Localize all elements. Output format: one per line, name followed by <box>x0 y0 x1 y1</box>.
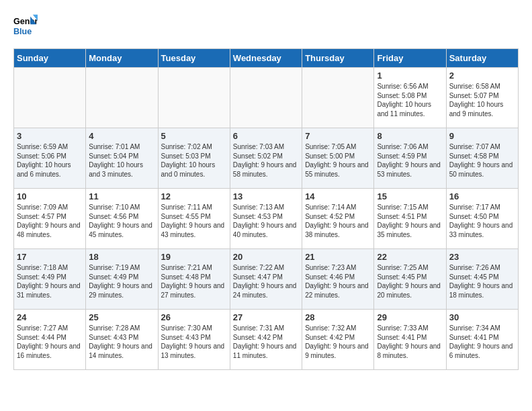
day-number: 5 <box>161 131 227 141</box>
day-info: Sunrise: 7:01 AM Sunset: 5:04 PM Dayligh… <box>89 142 154 179</box>
day-number: 2 <box>449 71 515 81</box>
calendar-cell: 15Sunrise: 7:15 AM Sunset: 4:51 PM Dayli… <box>374 189 446 249</box>
calendar-cell: 20Sunrise: 7:22 AM Sunset: 4:47 PM Dayli… <box>230 249 302 310</box>
day-info: Sunrise: 7:03 AM Sunset: 5:02 PM Dayligh… <box>233 142 299 179</box>
day-number: 12 <box>161 191 227 201</box>
calendar-week-row: 10Sunrise: 7:09 AM Sunset: 4:57 PM Dayli… <box>14 189 519 249</box>
day-number: 16 <box>449 191 515 201</box>
day-number: 11 <box>89 191 154 201</box>
day-info: Sunrise: 6:59 AM Sunset: 5:06 PM Dayligh… <box>17 142 83 179</box>
day-info: Sunrise: 7:30 AM Sunset: 4:43 PM Dayligh… <box>161 324 227 360</box>
day-info: Sunrise: 7:23 AM Sunset: 4:46 PM Dayligh… <box>305 263 371 300</box>
calendar-cell: 7Sunrise: 7:05 AM Sunset: 5:00 PM Daylig… <box>302 128 374 189</box>
logo: General Blue <box>13 13 42 38</box>
calendar-cell: 22Sunrise: 7:25 AM Sunset: 4:45 PM Dayli… <box>374 249 446 310</box>
weekday-header-row: SundayMondayTuesdayWednesdayThursdayFrid… <box>14 49 519 68</box>
day-number: 20 <box>233 252 299 262</box>
calendar-cell: 10Sunrise: 7:09 AM Sunset: 4:57 PM Dayli… <box>14 189 86 249</box>
calendar-cell: 23Sunrise: 7:26 AM Sunset: 4:45 PM Dayli… <box>446 249 518 310</box>
day-info: Sunrise: 7:07 AM Sunset: 4:58 PM Dayligh… <box>449 142 515 179</box>
day-number: 3 <box>17 131 83 141</box>
day-number: 26 <box>161 312 227 322</box>
calendar-cell: 17Sunrise: 7:18 AM Sunset: 4:49 PM Dayli… <box>14 249 86 310</box>
day-number: 29 <box>377 312 443 322</box>
calendar-cell: 5Sunrise: 7:02 AM Sunset: 5:03 PM Daylig… <box>158 128 230 189</box>
calendar-cell <box>14 68 86 128</box>
calendar-cell <box>230 68 302 128</box>
weekday-header: Tuesday <box>158 49 230 68</box>
day-info: Sunrise: 7:09 AM Sunset: 4:57 PM Dayligh… <box>17 203 83 239</box>
day-info: Sunrise: 6:56 AM Sunset: 5:08 PM Dayligh… <box>377 82 443 118</box>
weekday-header: Thursday <box>302 49 374 68</box>
calendar-week-row: 24Sunrise: 7:27 AM Sunset: 4:44 PM Dayli… <box>14 310 519 370</box>
day-number: 13 <box>233 191 299 201</box>
day-number: 4 <box>89 131 154 141</box>
weekday-header: Wednesday <box>230 49 302 68</box>
calendar-cell: 30Sunrise: 7:34 AM Sunset: 4:41 PM Dayli… <box>446 310 518 370</box>
day-number: 19 <box>161 252 227 262</box>
calendar-week-row: 3Sunrise: 6:59 AM Sunset: 5:06 PM Daylig… <box>14 128 519 189</box>
day-info: Sunrise: 7:13 AM Sunset: 4:53 PM Dayligh… <box>233 203 299 239</box>
calendar-week-row: 17Sunrise: 7:18 AM Sunset: 4:49 PM Dayli… <box>14 249 519 310</box>
svg-text:Blue: Blue <box>13 27 32 36</box>
day-number: 18 <box>89 252 154 262</box>
day-info: Sunrise: 7:21 AM Sunset: 4:48 PM Dayligh… <box>161 263 227 300</box>
calendar-cell: 18Sunrise: 7:19 AM Sunset: 4:49 PM Dayli… <box>86 249 158 310</box>
weekday-header: Friday <box>374 49 446 68</box>
day-info: Sunrise: 6:58 AM Sunset: 5:07 PM Dayligh… <box>449 82 515 118</box>
day-info: Sunrise: 7:17 AM Sunset: 4:50 PM Dayligh… <box>449 203 515 239</box>
calendar-cell: 2Sunrise: 6:58 AM Sunset: 5:07 PM Daylig… <box>446 68 518 128</box>
day-info: Sunrise: 7:22 AM Sunset: 4:47 PM Dayligh… <box>233 263 299 300</box>
calendar-table: SundayMondayTuesdayWednesdayThursdayFrid… <box>13 48 519 370</box>
day-info: Sunrise: 7:31 AM Sunset: 4:42 PM Dayligh… <box>233 324 299 360</box>
calendar-cell: 19Sunrise: 7:21 AM Sunset: 4:48 PM Dayli… <box>158 249 230 310</box>
day-info: Sunrise: 7:19 AM Sunset: 4:49 PM Dayligh… <box>89 263 154 300</box>
page-header: General Blue <box>13 13 519 38</box>
logo-icon: General Blue <box>13 13 38 38</box>
calendar-cell: 9Sunrise: 7:07 AM Sunset: 4:58 PM Daylig… <box>446 128 518 189</box>
day-number: 30 <box>449 312 515 322</box>
day-number: 24 <box>17 312 83 322</box>
calendar-cell: 25Sunrise: 7:28 AM Sunset: 4:43 PM Dayli… <box>86 310 158 370</box>
day-info: Sunrise: 7:02 AM Sunset: 5:03 PM Dayligh… <box>161 142 227 179</box>
day-number: 27 <box>233 312 299 322</box>
day-number: 25 <box>89 312 154 322</box>
day-info: Sunrise: 7:26 AM Sunset: 4:45 PM Dayligh… <box>449 263 515 300</box>
day-info: Sunrise: 7:27 AM Sunset: 4:44 PM Dayligh… <box>17 324 83 360</box>
calendar-cell: 1Sunrise: 6:56 AM Sunset: 5:08 PM Daylig… <box>374 68 446 128</box>
day-number: 10 <box>17 191 83 201</box>
weekday-header: Sunday <box>14 49 86 68</box>
day-number: 7 <box>305 131 371 141</box>
weekday-header: Saturday <box>446 49 518 68</box>
day-number: 15 <box>377 191 443 201</box>
calendar-cell: 11Sunrise: 7:10 AM Sunset: 4:56 PM Dayli… <box>86 189 158 249</box>
calendar-cell: 6Sunrise: 7:03 AM Sunset: 5:02 PM Daylig… <box>230 128 302 189</box>
day-info: Sunrise: 7:06 AM Sunset: 4:59 PM Dayligh… <box>377 142 443 179</box>
day-number: 23 <box>449 252 515 262</box>
day-info: Sunrise: 7:33 AM Sunset: 4:41 PM Dayligh… <box>377 324 443 360</box>
weekday-header: Monday <box>86 49 158 68</box>
day-number: 28 <box>305 312 371 322</box>
day-number: 21 <box>305 252 371 262</box>
calendar-cell <box>86 68 158 128</box>
calendar-cell: 24Sunrise: 7:27 AM Sunset: 4:44 PM Dayli… <box>14 310 86 370</box>
day-number: 9 <box>449 131 515 141</box>
calendar-cell: 4Sunrise: 7:01 AM Sunset: 5:04 PM Daylig… <box>86 128 158 189</box>
calendar-cell: 27Sunrise: 7:31 AM Sunset: 4:42 PM Dayli… <box>230 310 302 370</box>
day-info: Sunrise: 7:18 AM Sunset: 4:49 PM Dayligh… <box>17 263 83 300</box>
calendar-cell: 28Sunrise: 7:32 AM Sunset: 4:42 PM Dayli… <box>302 310 374 370</box>
day-info: Sunrise: 7:15 AM Sunset: 4:51 PM Dayligh… <box>377 203 443 239</box>
calendar-cell: 13Sunrise: 7:13 AM Sunset: 4:53 PM Dayli… <box>230 189 302 249</box>
calendar-cell <box>302 68 374 128</box>
calendar-week-row: 1Sunrise: 6:56 AM Sunset: 5:08 PM Daylig… <box>14 68 519 128</box>
calendar-cell: 21Sunrise: 7:23 AM Sunset: 4:46 PM Dayli… <box>302 249 374 310</box>
day-number: 6 <box>233 131 299 141</box>
day-info: Sunrise: 7:28 AM Sunset: 4:43 PM Dayligh… <box>89 324 154 360</box>
day-info: Sunrise: 7:25 AM Sunset: 4:45 PM Dayligh… <box>377 263 443 300</box>
day-info: Sunrise: 7:11 AM Sunset: 4:55 PM Dayligh… <box>161 203 227 239</box>
calendar-cell: 26Sunrise: 7:30 AM Sunset: 4:43 PM Dayli… <box>158 310 230 370</box>
day-number: 14 <box>305 191 371 201</box>
day-number: 1 <box>377 71 443 81</box>
day-number: 22 <box>377 252 443 262</box>
calendar-cell: 29Sunrise: 7:33 AM Sunset: 4:41 PM Dayli… <box>374 310 446 370</box>
